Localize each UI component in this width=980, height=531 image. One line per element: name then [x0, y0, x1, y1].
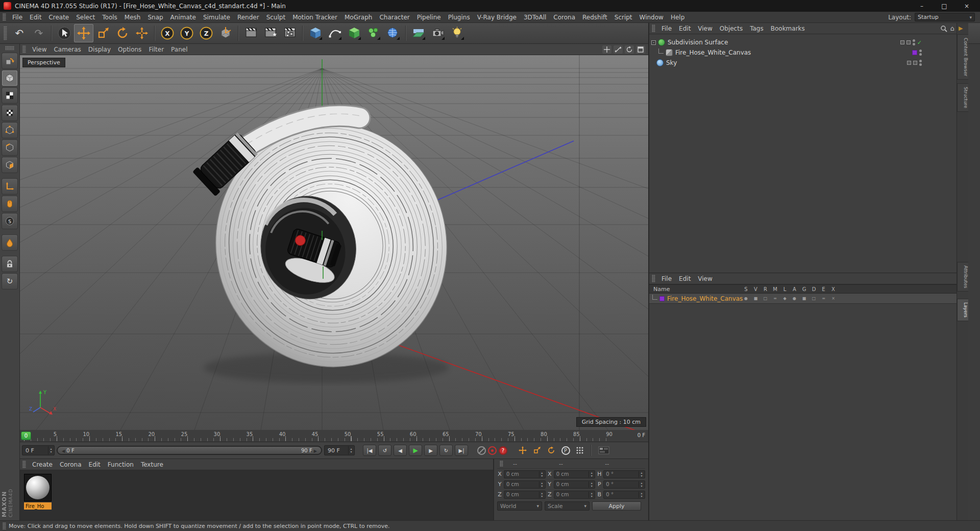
expander-icon[interactable]: - [651, 40, 656, 45]
key-position-toggle[interactable] [517, 445, 529, 456]
render-view-button[interactable] [241, 24, 261, 42]
scale-tool-button[interactable] [93, 24, 113, 42]
tab-layers[interactable]: Layers [957, 299, 968, 321]
layer-column-header[interactable]: D [809, 286, 819, 292]
menu-item[interactable]: Plugins [445, 14, 474, 21]
size-x-stepper[interactable]: ▴▾ [589, 471, 594, 477]
add-light-button[interactable] [448, 24, 467, 42]
menu-item[interactable]: Render [234, 14, 263, 21]
timeline-ruler[interactable]: 051015202530354045505560657075808590 0 0… [20, 430, 648, 442]
autokey-disabled-button[interactable] [477, 446, 486, 455]
coordinates-grip[interactable] [500, 461, 503, 467]
layer-manager-grip[interactable] [652, 275, 655, 282]
visibility-dots[interactable] [919, 60, 922, 66]
render-settings-button[interactable] [280, 24, 300, 42]
menu-item[interactable]: Pipeline [413, 14, 445, 21]
add-spline-button[interactable] [325, 24, 345, 42]
texture-axis-mode-button[interactable] [2, 105, 17, 120]
size-y-field[interactable]: 0 cm▴▾ [554, 480, 596, 489]
menu-item[interactable]: Animate [167, 14, 200, 21]
visibility-dots[interactable] [913, 39, 915, 45]
paint-tool-button[interactable] [2, 235, 17, 250]
add-subdivision-surface-button[interactable] [345, 24, 364, 42]
record-keyframe-button[interactable] [488, 446, 497, 455]
size-z-field[interactable]: 0 cm▴▾ [554, 491, 596, 499]
add-floor-button[interactable] [409, 24, 428, 42]
menu-item[interactable]: Character [376, 14, 413, 21]
object-name[interactable]: Subdivision Surface [668, 39, 728, 46]
viewport-zoom-button[interactable] [614, 45, 623, 54]
object-row-sky[interactable]: Sky [649, 58, 958, 68]
object-manager-menu-item[interactable]: View [694, 25, 716, 32]
menu-item[interactable]: Motion Tracker [289, 14, 341, 21]
viewport-solo-button[interactable] [2, 196, 17, 211]
material-name-label[interactable]: Fire_Ho [24, 502, 52, 510]
play-button[interactable]: ▶ [409, 445, 422, 456]
material-menu-item[interactable]: Create [29, 461, 56, 468]
coordinates-column-header[interactable]: -- [552, 461, 598, 467]
viewport-canvas[interactable]: Perspective Grid Spacing : 10 cm Y X Z [20, 55, 648, 430]
menu-item[interactable]: Sculpt [263, 14, 289, 21]
layer-color-icon[interactable] [659, 296, 665, 301]
dock-options-icon[interactable]: ▶ [959, 25, 963, 32]
material-item[interactable]: Fire_Ho [24, 474, 52, 510]
layer-column-header[interactable]: M [770, 286, 780, 292]
coordinates-column-header[interactable]: -- [598, 461, 644, 467]
viewport-menu-item[interactable]: Panel [167, 46, 191, 53]
redo-button[interactable]: ↷ [29, 24, 48, 42]
layer-manager-menu-item[interactable]: File [658, 275, 675, 282]
material-grip[interactable] [22, 461, 26, 468]
menu-item[interactable]: Window [636, 14, 667, 21]
render-picture-viewer-button[interactable] [261, 24, 280, 42]
end-frame-stepper[interactable]: ▴▾ [348, 446, 354, 454]
close-button[interactable]: × [955, 0, 978, 12]
start-frame-stepper[interactable]: ▴▾ [48, 446, 54, 454]
layer-flag-cell[interactable]: ■ [799, 296, 809, 301]
layer-column-header[interactable]: S [741, 286, 751, 292]
viewport-menu-item[interactable]: Options [114, 46, 145, 53]
toolbar-grip[interactable] [4, 26, 7, 40]
add-deformer-button[interactable] [383, 24, 403, 42]
pos-z-field[interactable]: 0 cm▴▾ [504, 491, 546, 499]
material-preview-sphere[interactable] [24, 474, 52, 501]
timeline-range-slider[interactable]: ◀ 0 F 90 F ▶ [57, 446, 322, 455]
pos-z-stepper[interactable]: ▴▾ [539, 492, 545, 498]
size-y-stepper[interactable]: ▴▾ [589, 481, 594, 488]
minimize-button[interactable]: – [911, 0, 933, 12]
lock-x-axis-button[interactable]: X [158, 24, 177, 42]
coordinates-column-header[interactable]: -- [506, 461, 552, 467]
object-name[interactable]: Sky [666, 59, 677, 66]
object-row-subdivision[interactable]: - Subdivision Surface ✓ [649, 37, 958, 47]
layer-flag-cell[interactable]: ≡ [770, 296, 780, 301]
object-row-hose[interactable]: Fire_Hose_White_Canvas [649, 47, 958, 58]
layer-flag-cell[interactable]: × [828, 296, 838, 301]
object-manager-menu-item[interactable]: Edit [675, 25, 694, 32]
layer-flag-cell[interactable]: ● [790, 296, 799, 301]
restore-button[interactable]: □ [933, 0, 955, 12]
texture-mode-button[interactable] [2, 88, 17, 103]
menu-item[interactable]: Create [45, 14, 72, 21]
key-parameter-toggle[interactable]: P [559, 445, 572, 456]
menu-item[interactable]: Script [611, 14, 636, 21]
keyframe-selection-button[interactable]: ? [499, 446, 507, 455]
viewport-pan-button[interactable] [602, 45, 611, 54]
tab-attributes[interactable]: Attributes [957, 262, 968, 292]
start-frame-field[interactable]: 0 F ▴▾ [22, 445, 55, 455]
mode-toolbar-grip[interactable] [5, 46, 14, 50]
coordinate-space-dropdown[interactable]: World▾ [497, 501, 542, 511]
pos-y-field[interactable]: 0 cm▴▾ [504, 480, 546, 489]
material-menu-item[interactable]: Function [104, 461, 137, 468]
viewport-grip[interactable] [22, 45, 26, 53]
object-name[interactable]: Fire_Hose_White_Canvas [675, 49, 751, 56]
layout-dropdown[interactable]: Startup ▾ [915, 13, 975, 21]
rot-h-field[interactable]: 0 °▴▾ [603, 470, 645, 478]
timeline-playhead[interactable]: 0 [21, 431, 31, 440]
name-column-header[interactable]: Name [649, 286, 670, 293]
layer-column-header[interactable]: V [751, 286, 761, 292]
add-mograph-button[interactable] [364, 24, 383, 42]
previous-frame-button[interactable]: ◀ [394, 445, 407, 456]
search-icon[interactable] [940, 25, 947, 32]
layer-column-header[interactable]: X [828, 286, 838, 292]
menu-item[interactable]: Help [667, 14, 688, 21]
viewport-menu-item[interactable]: Cameras [50, 46, 84, 53]
